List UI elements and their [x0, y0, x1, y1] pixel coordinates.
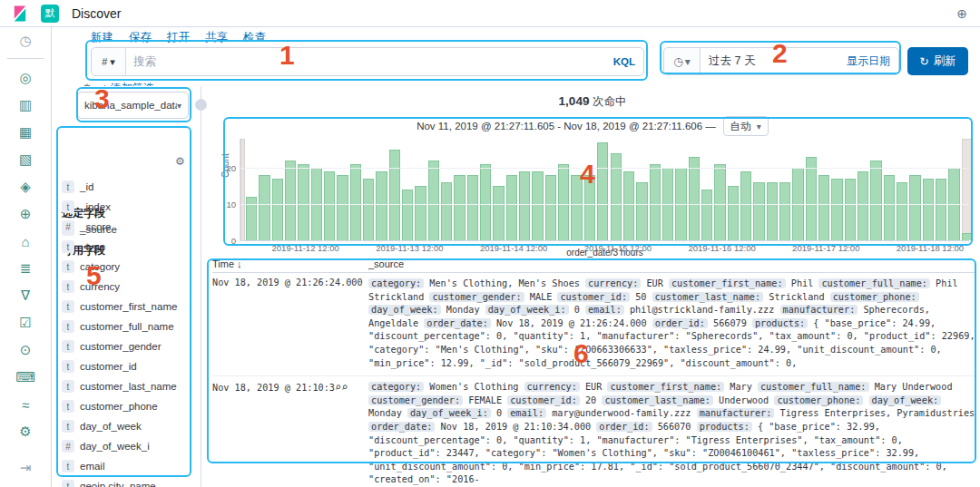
nav-item-management-icon[interactable]: ⚙ — [0, 418, 52, 445]
histogram-bar[interactable] — [611, 153, 622, 240]
histogram-bar[interactable] — [689, 157, 700, 240]
search-input[interactable]: 搜索 — [126, 54, 613, 70]
histogram-bar[interactable] — [571, 175, 582, 240]
globe-icon[interactable]: ⊕ — [956, 6, 967, 21]
nav-item-maps-icon[interactable]: ◈ — [0, 173, 52, 200]
histogram-bar[interactable] — [845, 179, 856, 240]
nav-item-metrics-icon[interactable]: ⌂ — [0, 228, 52, 255]
histogram-bar[interactable] — [454, 175, 465, 240]
field-item-day_of_week_i[interactable]: #day_of_week_i — [62, 436, 198, 456]
histogram-bar[interactable] — [324, 171, 335, 240]
histogram-bar[interactable] — [623, 171, 634, 240]
field-item-geoip.city_name[interactable]: tgeoip.city_name — [62, 476, 198, 487]
histogram-bar[interactable] — [272, 179, 283, 240]
histogram-bar[interactable] — [337, 175, 348, 240]
field-item-customer_phone[interactable]: tcustomer_phone — [62, 396, 198, 416]
histogram-bar[interactable] — [767, 182, 778, 240]
histogram-bar[interactable] — [779, 182, 790, 240]
gear-icon[interactable]: ⚙ — [175, 155, 185, 168]
table-row[interactable]: Nov 18, 2019 @ 21:10:3⌕⌕category: Women'… — [212, 376, 976, 487]
histogram-bar[interactable] — [259, 175, 270, 240]
field-item-customer_last_name[interactable]: tcustomer_last_name — [62, 376, 198, 396]
field-item-_id[interactable]: t_id — [62, 177, 198, 197]
histogram-bar[interactable] — [636, 182, 647, 240]
histogram-bar[interactable] — [728, 186, 739, 240]
histogram-bar[interactable] — [415, 186, 426, 240]
menu-link-1[interactable]: 新建 — [91, 30, 113, 45]
histogram-bar[interactable] — [363, 179, 374, 240]
nav-item-stack-monitoring-icon[interactable]: ≈ — [0, 391, 52, 418]
field-item-_score[interactable]: #_score — [62, 217, 198, 237]
menu-link-5[interactable]: 检查 — [243, 30, 266, 45]
show-dates-button[interactable]: 显示日期 — [847, 54, 898, 69]
time-column-header[interactable]: Time ↓ — [212, 258, 368, 269]
histogram-bar[interactable] — [831, 179, 842, 240]
histogram-bar[interactable] — [467, 175, 478, 240]
histogram-bar[interactable] — [962, 233, 973, 240]
histogram-bar[interactable] — [285, 161, 296, 240]
field-item-currency[interactable]: tcurrency — [62, 277, 198, 297]
collapse-nav-icon[interactable]: ⇥ — [0, 454, 52, 482]
histogram-bar[interactable] — [740, 171, 751, 240]
histogram-bar[interactable] — [701, 190, 712, 240]
field-item-customer_id[interactable]: tcustomer_id — [62, 356, 198, 376]
field-item-day_of_week[interactable]: tday_of_week — [62, 416, 198, 436]
histogram-bar[interactable] — [545, 175, 556, 240]
histogram-bar[interactable] — [936, 179, 946, 240]
histogram-bar[interactable] — [923, 179, 934, 240]
field-item-customer_full_name[interactable]: tcustomer_full_name — [62, 317, 198, 336]
date-picker[interactable]: ◷ ▾ 过去 7 天 显示日期 — [663, 47, 899, 75]
nav-item-machine-learning-icon[interactable]: ⊕ — [0, 200, 52, 228]
timepicker-quick-menu[interactable]: ◷ ▾ — [664, 48, 701, 74]
space-badge[interactable]: 默 — [41, 5, 59, 23]
nav-item-dev-tools-icon[interactable]: ⌨ — [0, 364, 52, 391]
refresh-button[interactable]: ↻ 刷新 — [907, 47, 968, 75]
index-pattern-select[interactable]: kibana_sample_data_ecom... ▾ — [77, 92, 189, 119]
histogram-bar[interactable] — [389, 150, 400, 240]
nav-item-discover-icon[interactable]: ◎ — [0, 64, 52, 92]
histogram-bar[interactable] — [870, 161, 881, 240]
histogram-bar[interactable] — [519, 171, 530, 240]
nav-item-uptime-icon[interactable]: ☑ — [0, 309, 52, 336]
nav-item-recently-viewed-icon[interactable]: ◷ — [0, 27, 52, 54]
kql-toggle[interactable]: KQL — [613, 56, 643, 67]
histogram-bar[interactable] — [350, 164, 361, 240]
table-row[interactable]: Nov 18, 2019 @ 21:26:24.000category: Men… — [212, 273, 976, 376]
histogram-bar[interactable] — [402, 190, 413, 240]
histogram-bar[interactable] — [584, 175, 595, 240]
histogram-bar[interactable] — [480, 164, 491, 240]
histogram-bar[interactable] — [532, 171, 543, 240]
histogram-bar[interactable] — [858, 171, 868, 240]
field-item-category[interactable]: tcategory — [62, 257, 198, 277]
field-item-email[interactable]: temail — [62, 456, 198, 476]
menu-link-4[interactable]: 共享 — [205, 30, 228, 45]
search-bar[interactable]: # ▾ 搜索 KQL — [91, 47, 644, 76]
field-item-customer_first_name[interactable]: tcustomer_first_name — [62, 297, 198, 317]
histogram-bar[interactable] — [714, 164, 725, 240]
date-range-value[interactable]: 过去 7 天 — [701, 54, 847, 69]
nav-item-dashboard-icon[interactable]: ▦ — [0, 119, 52, 146]
interval-select[interactable]: 自动 ▾ — [723, 116, 769, 136]
menu-link-2[interactable]: 保存 — [129, 30, 152, 45]
histogram-bar[interactable] — [558, 164, 569, 240]
histogram-bar[interactable] — [428, 161, 439, 240]
query-filter-dropdown[interactable]: # ▾ — [92, 48, 126, 75]
histogram-bar[interactable] — [909, 175, 920, 240]
kibana-logo-icon[interactable] — [12, 5, 28, 22]
histogram-bar[interactable] — [441, 182, 452, 240]
histogram-bar[interactable] — [298, 164, 309, 240]
menu-link-3[interactable]: 打开 — [167, 30, 190, 45]
field-item-customer_gender[interactable]: tcustomer_gender — [62, 336, 198, 356]
nav-item-logs-icon[interactable]: ≣ — [0, 255, 52, 282]
histogram-bar[interactable] — [806, 157, 817, 240]
nav-item-canvas-icon[interactable]: ▧ — [0, 146, 52, 173]
field-item-_type[interactable]: t_type — [62, 237, 198, 257]
histogram-bar[interactable] — [897, 182, 907, 240]
histogram-bar[interactable] — [597, 142, 608, 240]
field-item-_index[interactable]: t_index — [62, 197, 198, 217]
histogram-bar[interactable] — [506, 175, 517, 240]
nav-item-visualize-icon[interactable]: ▥ — [0, 92, 52, 119]
histogram-bar[interactable] — [884, 175, 895, 240]
nav-item-security-icon[interactable]: ⊙ — [0, 336, 52, 364]
histogram-bar[interactable] — [650, 164, 661, 240]
